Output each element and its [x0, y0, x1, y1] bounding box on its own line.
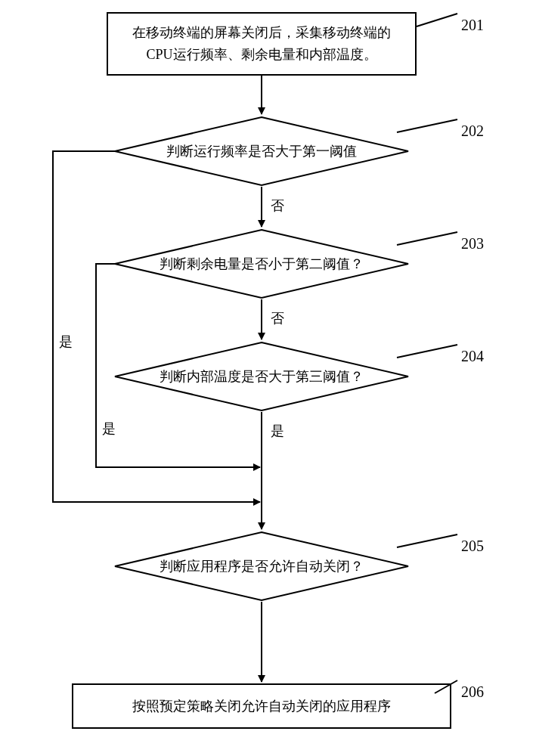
ref-205: 205	[461, 538, 484, 555]
ref-206: 206	[461, 683, 484, 701]
svg-line-0	[417, 14, 457, 26]
edge-yes-203: 是	[102, 420, 116, 438]
ref-202: 202	[461, 122, 484, 140]
edge-no-202: 否	[271, 197, 284, 215]
ref-203: 203	[461, 235, 484, 253]
decision-205-text: 判断应用程序是否允许自动关闭？	[160, 557, 364, 575]
edge-yes-202: 是	[59, 333, 73, 351]
decision-202: 判断运行频率是否大于第一阈值	[113, 116, 410, 187]
decision-203-text: 判断剩余电量是否小于第二阈值？	[160, 255, 364, 273]
process-201: 在移动终端的屏幕关闭后，采集移动终端的CPU运行频率、剩余电量和内部温度。	[107, 12, 417, 76]
decision-203: 判断剩余电量是否小于第二阈值？	[113, 228, 410, 299]
process-201-text: 在移动终端的屏幕关闭后，采集移动终端的CPU运行频率、剩余电量和内部温度。	[120, 22, 403, 66]
ref-204: 204	[461, 348, 484, 365]
flowchart-canvas: 在移动终端的屏幕关闭后，采集移动终端的CPU运行频率、剩余电量和内部温度。 20…	[0, 0, 536, 756]
decision-205: 判断应用程序是否允许自动关闭？	[113, 531, 410, 602]
decision-202-text: 判断运行频率是否大于第一阈值	[166, 142, 357, 160]
edge-no-203: 否	[271, 309, 284, 327]
process-206: 按照预定策略关闭允许自动关闭的应用程序	[72, 683, 451, 729]
ref-201: 201	[461, 17, 484, 34]
decision-204-text: 判断内部温度是否大于第三阈值？	[160, 367, 364, 386]
process-206-text: 按照预定策略关闭允许自动关闭的应用程序	[132, 696, 391, 717]
decision-204: 判断内部温度是否大于第三阈值？	[113, 341, 410, 412]
edge-yes-204: 是	[271, 422, 284, 440]
